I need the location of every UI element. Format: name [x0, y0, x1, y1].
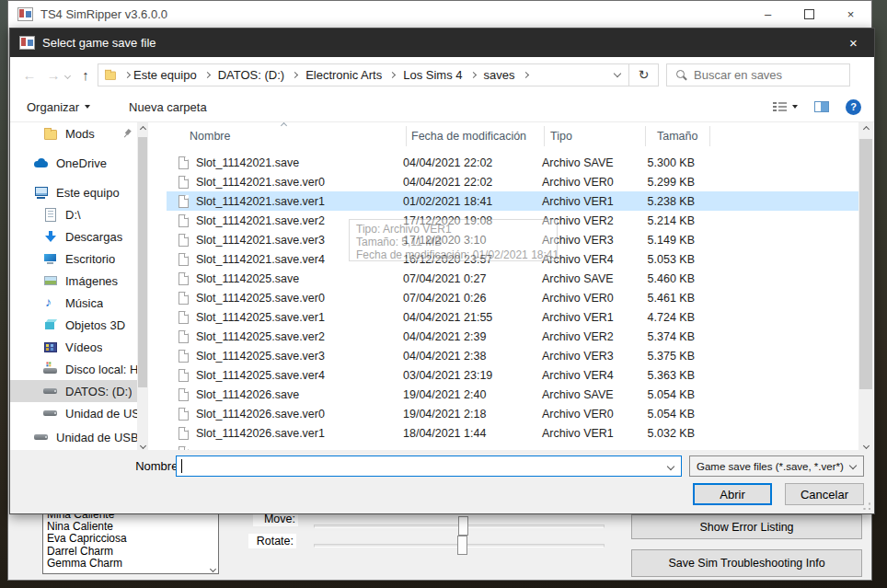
- address-bar: ← → ↑ Este equipoDATOS: (D:)Electronic A…: [10, 57, 874, 92]
- file-size: 5.375 KB: [637, 350, 700, 363]
- sidebar-scrollbar-thumb[interactable]: [138, 137, 147, 387]
- file-row[interactable]: Slot_11142021.save.ver1 01/02/2021 18:41…: [167, 191, 858, 211]
- file-row[interactable]: Slot_11142021.save.ver0 04/04/2021 22:02…: [167, 172, 858, 191]
- file-type: Archivo SAVE: [542, 388, 637, 401]
- file-size: 5.299 KB: [637, 176, 700, 189]
- file-row[interactable]: Slot_11142026.save.ver1 18/04/2021 1:44 …: [167, 423, 858, 443]
- sidebar-item[interactable]: OneDrive: [10, 152, 137, 174]
- sim-list-item[interactable]: Gemma Charm: [47, 558, 218, 570]
- preview-pane-icon[interactable]: [814, 101, 829, 112]
- column-header-name[interactable]: Nombre: [190, 130, 230, 143]
- sidebar-item-label: Unidad de USB (G: [56, 431, 137, 444]
- breadcrumb-item[interactable]: Electronic Arts: [304, 68, 401, 82]
- breadcrumb-item[interactable]: DATOS: (D:): [216, 68, 304, 82]
- file-row[interactable]: Slot_11142025.save.ver2 04/04/2021 2:39 …: [167, 327, 858, 346]
- file-name: Slot_11142025.save.ver0: [196, 292, 403, 305]
- file-date: 03/04/2021 23:19: [403, 369, 542, 382]
- organize-button[interactable]: Organizar: [27, 100, 90, 114]
- file-size: 5.054 KB: [637, 408, 700, 421]
- back-icon[interactable]: ←: [17, 67, 41, 83]
- sidebar-item[interactable]: Descargas: [10, 225, 137, 248]
- column-header-size[interactable]: Tamaño: [657, 130, 697, 143]
- file-row[interactable]: Slot_11142021.save 04/04/2021 22:02 Arch…: [167, 153, 858, 172]
- file-size: 5.053 KB: [637, 253, 700, 266]
- up-icon[interactable]: ↑: [74, 67, 98, 83]
- file-row[interactable]: Slot_11142025.save.ver4 03/04/2021 23:19…: [167, 365, 858, 385]
- dialog-toolbar: Organizar Nueva carpeta ?: [10, 92, 874, 122]
- open-button[interactable]: Abrir: [693, 483, 772, 505]
- file-row[interactable]: Slot_11142026.save.ver0 19/04/2021 2:18 …: [167, 404, 858, 423]
- sim-list[interactable]: Mina CalienteNina CalienteEva Capriccios…: [42, 507, 219, 574]
- file-date: 07/04/2021 0:27: [403, 272, 542, 285]
- file-list-scrollbar[interactable]: [858, 122, 873, 452]
- close-button[interactable]: ×: [830, 1, 871, 28]
- refresh-button[interactable]: ↻: [629, 63, 659, 86]
- file-date: 04/04/2021 22:02: [403, 176, 542, 189]
- sidebar-item[interactable]: Mods: [10, 122, 137, 144]
- sidebar-item-label: Música: [65, 296, 103, 310]
- sidebar-item[interactable]: Escritorio: [10, 248, 137, 270]
- breadcrumb-item[interactable]: Los Sims 4: [401, 68, 481, 82]
- filename-input[interactable]: [180, 457, 661, 475]
- search-box[interactable]: Buscar en saves: [666, 63, 850, 86]
- resize-grip[interactable]: [863, 502, 871, 511]
- maximize-button[interactable]: [789, 1, 830, 28]
- sidebar-item-label: Descargas: [65, 230, 122, 244]
- minimize-icon: –: [765, 7, 771, 21]
- cancel-button[interactable]: Cancelar: [785, 483, 864, 505]
- scroll-up-icon[interactable]: [137, 122, 148, 135]
- help-icon[interactable]: ?: [846, 99, 861, 115]
- file-icon: [179, 292, 189, 305]
- column-header-type[interactable]: Tipo: [550, 130, 572, 143]
- disk-icon: [43, 384, 58, 398]
- sim-list-item[interactable]: Darrel Charm: [47, 546, 218, 558]
- file-row[interactable]: Slot_11142025.save.ver1 04/04/2021 21:55…: [167, 307, 858, 327]
- file-row[interactable]: Slot_11142026.save 19/04/2021 2:40 Archi…: [167, 385, 858, 404]
- sidebar-item[interactable]: Unidad de USB (: [10, 402, 137, 424]
- sidebar-item[interactable]: Imágenes: [10, 270, 137, 292]
- column-header-date[interactable]: Fecha de modificación: [411, 130, 526, 143]
- filename-combobox[interactable]: [176, 455, 682, 477]
- sidebar-item[interactable]: Este equipo: [10, 181, 137, 203]
- show-error-listing-button[interactable]: Show Error Listing: [631, 514, 862, 539]
- file-name: Slot_11142026.save.ver1: [196, 427, 403, 440]
- file-row[interactable]: Slot_11142025.save 07/04/2021 0:27 Archi…: [167, 269, 858, 288]
- breadcrumb-item[interactable]: Este equipo: [132, 68, 216, 82]
- file-list-scrollbar-thumb[interactable]: [859, 139, 872, 389]
- minimize-button[interactable]: –: [747, 1, 789, 28]
- pic-icon: [43, 273, 58, 288]
- sidebar-scrollbar[interactable]: [137, 122, 148, 452]
- dialog-close-button[interactable]: ×: [833, 29, 874, 57]
- save-troubleshooting-button[interactable]: Save Sim Troubleshooting Info: [631, 549, 862, 577]
- rotate-slider-thumb[interactable]: [457, 536, 467, 555]
- maximize-icon: [804, 9, 814, 19]
- sidebar-item[interactable]: Disco local: Harc: [10, 358, 137, 380]
- chevron-down-icon[interactable]: [667, 463, 674, 470]
- address-dropdown-icon[interactable]: [614, 70, 621, 77]
- sidebar-item[interactable]: Vídeos: [10, 336, 137, 358]
- diskwin-icon: [43, 362, 58, 376]
- dialog-footer: Nombre: Game save files (*.save, *.ver*)…: [10, 450, 874, 513]
- history-dropdown-icon[interactable]: [64, 73, 71, 79]
- sim-list-item[interactable]: Eva Capricciosa: [47, 533, 218, 545]
- sidebar-item[interactable]: Música: [10, 292, 137, 314]
- sidebar-item[interactable]: DATOS: (D:): [10, 380, 137, 402]
- breadcrumb[interactable]: Este equipoDATOS: (D:)Electronic ArtsLos…: [98, 63, 629, 86]
- file-row[interactable]: Slot_11142025.save.ver3 04/04/2021 2:38 …: [167, 346, 858, 365]
- file-icon: [179, 272, 189, 285]
- forward-icon[interactable]: →: [41, 67, 65, 83]
- move-slider-thumb[interactable]: [458, 516, 468, 536]
- view-mode-button[interactable]: [773, 101, 798, 112]
- file-row[interactable]: Slot_11142025.save.ver0 07/04/2021 0:26 …: [167, 288, 858, 307]
- sidebar-item[interactable]: Objetos 3D: [10, 314, 137, 336]
- breadcrumb-item[interactable]: saves: [482, 68, 535, 82]
- organize-label: Organizar: [27, 100, 79, 114]
- scroll-up-icon[interactable]: [858, 122, 873, 135]
- new-folder-button[interactable]: Nueva carpeta: [129, 100, 207, 114]
- sidebar-item[interactable]: D:\: [10, 203, 137, 225]
- file-icon: [179, 330, 189, 343]
- filetype-dropdown[interactable]: Game save files (*.save, *.ver*): [689, 455, 864, 477]
- sidebar-item[interactable]: Unidad de USB (G: [10, 426, 137, 448]
- disk-icon: [34, 430, 49, 444]
- file-type: Archivo VER0: [542, 176, 637, 189]
